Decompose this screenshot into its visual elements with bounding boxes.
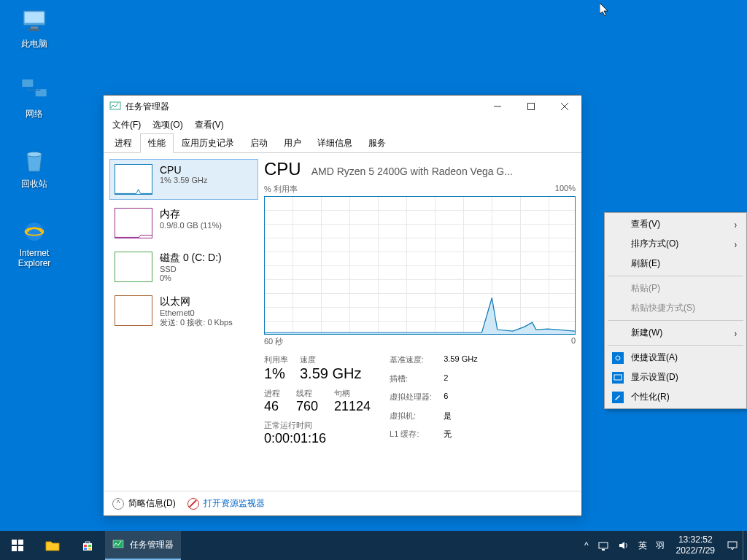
desktop-icon-network[interactable]: 网络 bbox=[7, 76, 61, 120]
tab-services[interactable]: 服务 bbox=[360, 133, 394, 153]
menu-options[interactable]: 选项(O) bbox=[147, 117, 188, 133]
tab-users[interactable]: 用户 bbox=[276, 133, 309, 153]
l1-v: 无 bbox=[444, 429, 477, 446]
side-name: 磁盘 0 (C: D:) bbox=[160, 252, 222, 265]
cm-label: 粘贴(P) bbox=[631, 282, 660, 295]
cm-label: 刷新(E) bbox=[631, 257, 660, 270]
cm-label: 粘贴快捷方式(S) bbox=[631, 302, 695, 314]
fewer-details-link[interactable]: 简略信息(D) bbox=[128, 497, 176, 510]
menu-file[interactable]: 文件(F) bbox=[107, 117, 147, 133]
sidebar-item-ethernet[interactable]: 以太网 Ethernet0 发送: 0 接收: 0 Kbps bbox=[109, 290, 258, 333]
cm-personalize[interactable]: 个性化(R) bbox=[606, 387, 745, 407]
base-k: 基准速度: bbox=[390, 354, 432, 372]
minimize-button[interactable] bbox=[481, 96, 514, 117]
sidebar-item-disk[interactable]: 磁盘 0 (C: D:) SSD 0% bbox=[109, 246, 258, 287]
svg-rect-31 bbox=[728, 542, 737, 548]
tray-chevron[interactable]: ^ bbox=[580, 531, 593, 560]
side-name: CPU bbox=[160, 164, 207, 176]
svg-rect-4 bbox=[22, 79, 33, 87]
display-icon bbox=[612, 372, 624, 384]
svg-rect-26 bbox=[84, 548, 87, 550]
svg-rect-28 bbox=[113, 540, 123, 548]
chevron-up-icon[interactable]: ^ bbox=[112, 498, 124, 510]
cm-label: 显示设置(D) bbox=[631, 371, 678, 384]
tray-clock[interactable]: 13:32:52 2022/7/29 bbox=[669, 534, 722, 556]
show-desktop-button[interactable] bbox=[743, 531, 747, 560]
tab-processes[interactable]: 进程 bbox=[107, 133, 140, 153]
handle-label: 句柄 bbox=[334, 388, 371, 399]
taskbar-task-taskmgr[interactable]: 任务管理器 bbox=[105, 531, 181, 560]
svg-rect-14 bbox=[612, 352, 624, 364]
cm-quick-settings[interactable]: 便捷设置(A) bbox=[606, 348, 745, 368]
tab-details[interactable]: 详细信息 bbox=[309, 133, 360, 153]
handle-val: 21124 bbox=[334, 399, 371, 414]
svg-rect-11 bbox=[528, 104, 535, 110]
cm-display-settings[interactable]: 显示设置(D) bbox=[606, 368, 745, 387]
svg-rect-3 bbox=[28, 29, 41, 31]
tray-ime-2[interactable]: 羽 bbox=[651, 531, 669, 560]
personalize-icon bbox=[612, 392, 624, 403]
titlebar[interactable]: 任务管理器 bbox=[104, 96, 581, 117]
menu-view[interactable]: 查看(V) bbox=[189, 117, 230, 133]
svg-rect-22 bbox=[18, 546, 23, 551]
side-sub: 1% 3.59 GHz bbox=[160, 176, 207, 184]
side-sub: 0.9/8.0 GB (11%) bbox=[160, 221, 222, 230]
disk-thumb bbox=[115, 252, 152, 282]
icon-label: Internet Explorer bbox=[7, 248, 61, 268]
cm-sort[interactable]: 排序方式(O) bbox=[606, 234, 745, 254]
task-manager-window: 任务管理器 文件(F) 选项(O) 查看(V) 进程 性能 应用历史记录 启动 … bbox=[103, 95, 582, 516]
tray-network-icon[interactable] bbox=[593, 531, 614, 560]
cm-label: 新建(W) bbox=[631, 327, 662, 339]
svg-rect-27 bbox=[88, 548, 91, 550]
vm-k: 虚拟机: bbox=[390, 411, 432, 428]
chart-top-left: % 利用率 bbox=[264, 184, 298, 195]
performance-sidebar: CPU 1% 3.59 GHz 内存 0.9/8.0 GB (11%) 磁盘 0… bbox=[109, 159, 258, 485]
tray-action-center-icon[interactable] bbox=[722, 531, 743, 560]
icon-label: 回收站 bbox=[7, 178, 61, 190]
desktop-icon-ie[interactable]: Internet Explorer bbox=[7, 216, 61, 268]
desktop-icon-recycle-bin[interactable]: 回收站 bbox=[7, 146, 61, 190]
base-v: 3.59 GHz bbox=[444, 354, 477, 372]
icon-label: 此电脑 bbox=[7, 38, 61, 50]
menubar: 文件(F) 选项(O) 查看(V) bbox=[104, 117, 581, 133]
open-resmon-link[interactable]: 打开资源监视器 bbox=[204, 497, 265, 510]
tabs: 进程 性能 应用历史记录 启动 用户 详细信息 服务 bbox=[104, 133, 581, 153]
taskbar-task-label: 任务管理器 bbox=[130, 539, 174, 551]
vproc-k: 虚拟处理器: bbox=[390, 392, 432, 409]
sidebar-item-memory[interactable]: 内存 0.9/8.0 GB (11%) bbox=[109, 203, 258, 244]
main-title: CPU bbox=[264, 159, 301, 179]
tab-app-history[interactable]: 应用历史记录 bbox=[174, 133, 242, 153]
proc-label: 进程 bbox=[264, 388, 280, 399]
eth-thumb bbox=[115, 295, 152, 326]
tray-ime-1[interactable]: 英 bbox=[634, 531, 651, 560]
side-sub: SSD bbox=[160, 265, 222, 273]
desktop-context-menu: 查看(V) 排序方式(O) 刷新(E) 粘贴(P) 粘贴快捷方式(S) 新建(W… bbox=[604, 212, 747, 409]
sidebar-item-cpu[interactable]: CPU 1% 3.59 GHz bbox=[109, 159, 258, 200]
cm-view[interactable]: 查看(V) bbox=[606, 214, 745, 234]
pc-icon bbox=[20, 6, 49, 35]
desktop-icon-this-pc[interactable]: 此电脑 bbox=[7, 6, 61, 50]
tray-volume-icon[interactable] bbox=[614, 531, 634, 560]
cm-new[interactable]: 新建(W) bbox=[606, 323, 745, 343]
start-button[interactable] bbox=[0, 531, 35, 560]
close-button[interactable] bbox=[548, 96, 581, 117]
taskbar-store[interactable] bbox=[70, 531, 105, 560]
tab-performance[interactable]: 性能 bbox=[140, 133, 174, 153]
side-sub2: 0% bbox=[160, 273, 222, 282]
side-sub: Ethernet0 bbox=[160, 308, 233, 317]
resmon-icon bbox=[187, 498, 199, 510]
window-title: 任务管理器 bbox=[125, 101, 481, 113]
taskbar-explorer[interactable] bbox=[35, 531, 70, 560]
socket-k: 插槽: bbox=[390, 373, 432, 391]
cm-label: 个性化(R) bbox=[631, 391, 670, 403]
svg-rect-29 bbox=[599, 542, 608, 548]
cm-label: 查看(V) bbox=[631, 218, 660, 230]
trash-icon bbox=[20, 146, 49, 175]
cm-label: 便捷设置(A) bbox=[631, 351, 678, 364]
cm-refresh[interactable]: 刷新(E) bbox=[606, 254, 745, 273]
vproc-v: 6 bbox=[444, 392, 477, 409]
clock-date: 2022/7/29 bbox=[676, 545, 715, 556]
tab-startup[interactable]: 启动 bbox=[242, 133, 276, 153]
maximize-button[interactable] bbox=[514, 96, 548, 117]
socket-v: 2 bbox=[444, 373, 477, 391]
